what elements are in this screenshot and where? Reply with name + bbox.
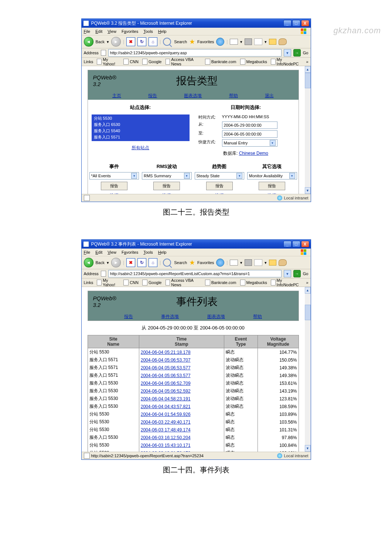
nav-help[interactable]: 帮助: [253, 314, 262, 320]
folder-icon[interactable]: [269, 260, 276, 266]
menu-help[interactable]: Help: [158, 29, 167, 34]
search-icon[interactable]: [163, 38, 171, 46]
th-site[interactable]: SiteName: [88, 335, 139, 348]
go-button[interactable]: →: [293, 49, 301, 57]
favorites-label[interactable]: Favorites: [197, 260, 214, 265]
site-option[interactable]: 服务入口 6530: [92, 122, 189, 128]
edit-icon[interactable]: [254, 38, 262, 45]
cell-timestamp[interactable]: 2004-06-04 05:06:53.577: [139, 364, 224, 372]
link-item[interactable]: Megabucks: [240, 280, 267, 285]
menu-view[interactable]: View: [108, 29, 116, 34]
folder-icon[interactable]: [269, 39, 276, 45]
menu-edit[interactable]: Edit: [95, 29, 102, 34]
search-label[interactable]: Search: [174, 260, 187, 265]
quick-select[interactable]: Manual Entry▾: [222, 139, 277, 147]
scrollbar[interactable]: ▲ ▼: [305, 66, 311, 194]
events-report-button[interactable]: 报告: [101, 182, 127, 190]
scroll-thumb[interactable]: [305, 73, 311, 88]
cell-timestamp[interactable]: 2004-06-03 16:12:50.204: [139, 434, 224, 441]
link-item[interactable]: Google: [142, 280, 161, 285]
print-icon[interactable]: [245, 38, 252, 45]
forward-button[interactable]: ►: [111, 258, 121, 267]
link-item[interactable]: Access VBA News: [166, 58, 201, 66]
nav-report[interactable]: 报告: [124, 314, 133, 320]
other-report-button[interactable]: 报告: [259, 182, 285, 190]
cell-timestamp[interactable]: 2004-06-04 05:06:53.577: [139, 372, 224, 379]
back-button[interactable]: ◄: [84, 37, 93, 47]
rms-report-button[interactable]: 报告: [153, 182, 180, 190]
media-icon[interactable]: [216, 259, 224, 267]
menu-edit[interactable]: Edit: [95, 250, 102, 254]
cell-timestamp[interactable]: 2004-06-04 01:54:59.926: [139, 410, 224, 418]
maximize-button[interactable]: □: [292, 241, 300, 247]
cell-timestamp[interactable]: 2004-06-04 05:21:18.178: [139, 348, 224, 356]
maximize-button[interactable]: □: [292, 20, 300, 27]
favorites-label[interactable]: Favorites: [197, 40, 214, 44]
from-input[interactable]: [222, 122, 277, 129]
cell-timestamp[interactable]: 2004-06-03 15:43:10.171: [139, 441, 224, 449]
link-item[interactable]: My Yahoo!: [97, 278, 120, 287]
cell-timestamp[interactable]: 2004-06-03 22:49:40.171: [139, 418, 224, 426]
palette-icon[interactable]: [279, 38, 287, 45]
link-item[interactable]: Bankrate.com: [205, 59, 236, 65]
cell-timestamp[interactable]: 2004-06-04 04:43:57.821: [139, 403, 224, 410]
all-sites-link[interactable]: 所有站点: [132, 145, 149, 151]
events-select[interactable]: *All Events▾: [89, 172, 139, 179]
th-type[interactable]: EventType: [224, 335, 258, 348]
close-button[interactable]: X: [301, 241, 309, 247]
search-label[interactable]: Search: [174, 40, 187, 44]
minimize-button[interactable]: _: [283, 241, 292, 247]
th-time[interactable]: TimeStamp: [139, 335, 224, 348]
minimize-button[interactable]: _: [283, 20, 292, 27]
site-option[interactable]: 分站 5530: [92, 115, 189, 122]
link-item[interactable]: Access VBA News: [166, 278, 201, 287]
other-select[interactable]: Monitor Availability▾: [247, 172, 297, 179]
menu-tools[interactable]: Tools: [143, 250, 153, 254]
scroll-down-icon[interactable]: ▼: [305, 187, 311, 194]
refresh-button[interactable]: ↻: [137, 258, 146, 267]
address-dropdown-icon[interactable]: ▾: [284, 270, 291, 277]
address-input[interactable]: [108, 49, 282, 57]
scrollbar[interactable]: ▲ ▼: [305, 287, 311, 452]
cell-timestamp[interactable]: 2004-06-04 05:06:52.592: [139, 387, 224, 395]
menu-favorites[interactable]: Favorites: [122, 29, 138, 34]
mail-icon[interactable]: [230, 39, 238, 45]
site-option[interactable]: 服务入口 5540: [92, 128, 189, 134]
menu-tools[interactable]: Tools: [143, 29, 153, 34]
nav-event-options[interactable]: 事件选项: [161, 314, 179, 320]
address-dropdown-icon[interactable]: ▾: [284, 49, 291, 57]
address-input[interactable]: [108, 270, 282, 277]
link-item[interactable]: CNN: [123, 280, 139, 285]
link-item[interactable]: Megabucks: [240, 59, 267, 65]
site-option[interactable]: 服务入口 5571: [92, 134, 189, 140]
refresh-button[interactable]: ↻: [137, 37, 146, 46]
nav-chart-options[interactable]: 图表选项: [184, 93, 202, 99]
nav-chart-options[interactable]: 图表选项: [207, 314, 225, 320]
edit-icon[interactable]: [254, 259, 262, 266]
cell-timestamp[interactable]: 2004-06-04 04:58:23.191: [139, 395, 224, 403]
back-dropdown-icon[interactable]: ▾: [107, 40, 109, 44]
media-icon[interactable]: [216, 38, 224, 46]
forward-button[interactable]: ►: [111, 37, 121, 47]
link-item[interactable]: My InfoNodePC: [271, 278, 303, 287]
link-item[interactable]: Bankrate.com: [205, 280, 236, 285]
menu-help[interactable]: Help: [158, 250, 167, 254]
events-options-link[interactable]: 选项: [110, 193, 119, 194]
trend-options-link[interactable]: 选项: [215, 193, 224, 194]
other-options-link[interactable]: 选项: [267, 193, 276, 194]
rms-options-link[interactable]: 选项: [162, 193, 171, 194]
print-icon[interactable]: [245, 259, 252, 266]
favorites-icon[interactable]: ★: [189, 38, 195, 46]
trend-select[interactable]: Steady State▾: [195, 172, 245, 179]
scroll-down-icon[interactable]: ▼: [305, 445, 311, 452]
menu-file[interactable]: File: [84, 250, 91, 254]
to-input[interactable]: [222, 130, 277, 138]
nav-logout[interactable]: 退出: [265, 93, 274, 99]
search-icon[interactable]: [163, 259, 171, 267]
menu-file[interactable]: File: [84, 29, 91, 34]
menu-view[interactable]: View: [108, 250, 116, 254]
favorites-icon[interactable]: ★: [189, 259, 195, 267]
menu-favorites[interactable]: Favorites: [122, 250, 138, 254]
go-button[interactable]: →: [293, 270, 301, 277]
scroll-up-icon[interactable]: ▲: [305, 66, 311, 73]
